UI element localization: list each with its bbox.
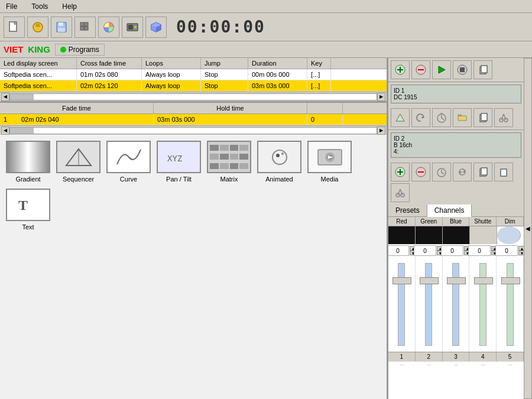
ch-dot-4: ··· (469, 362, 497, 368)
fader-handle-dim[interactable] (501, 277, 520, 284)
svg-rect-66 (501, 169, 507, 176)
svg-rect-7 (58, 28, 65, 32)
scene-scrollbar[interactable]: ◀ ▶ (0, 92, 387, 101)
ch-label-3: 3 (443, 352, 470, 361)
scroll-left-arrow[interactable]: ◀ (1, 93, 9, 101)
effect-media[interactable]: Media (307, 141, 352, 183)
fader-handle-red[interactable] (392, 277, 411, 284)
col-header-crossfade: Cross fade time (77, 58, 142, 69)
rt-undo-btn[interactable] (411, 108, 430, 127)
svg-text:T: T (18, 197, 28, 213)
fader-col-dim (497, 257, 524, 352)
effect-text[interactable]: T Text (6, 189, 50, 231)
rt-add-btn[interactable] (391, 60, 410, 79)
logo-bar: VIETKING Programs (0, 41, 532, 58)
rt-copy-btn[interactable] (473, 60, 492, 79)
fade-scroll-right[interactable]: ▶ (377, 126, 385, 135)
right-toolbar-mid (388, 106, 524, 130)
rt-add2-btn[interactable] (391, 163, 410, 181)
new-button[interactable] (4, 17, 25, 38)
effects-panel: Gradient Sequencer (0, 135, 387, 399)
grid-button[interactable] (74, 17, 96, 38)
save-button[interactable] (51, 17, 72, 38)
fade-scroll-left[interactable]: ◀ (1, 126, 9, 135)
fade-time-1: 02m 02s 040 (18, 114, 154, 125)
ch-spin-down-dim[interactable]: ▼ (518, 251, 524, 255)
rt-remove-btn[interactable] (411, 60, 430, 79)
palette-button[interactable] (98, 17, 119, 38)
rt-paste-btn[interactable] (494, 163, 513, 181)
rt-folder-btn[interactable] (453, 108, 472, 127)
scene-row-1[interactable]: Softpedia scen... 01m 02s 080 Always loo… (0, 69, 387, 80)
effect-sequencer[interactable]: Sequencer (56, 141, 100, 183)
menu-file[interactable]: File (2, 1, 21, 12)
menu-tools[interactable]: Tools (28, 1, 51, 12)
tab-presets[interactable]: Presets (388, 205, 427, 216)
effect-animated[interactable]: Animated (257, 141, 301, 183)
scroll-right-arrow[interactable]: ▶ (377, 93, 385, 101)
programs-button[interactable]: Programs (55, 44, 105, 56)
ch-dot-1: ··· (388, 362, 416, 368)
scene-scrollbar-track[interactable] (9, 93, 377, 100)
tab-channels[interactable]: Channels (427, 205, 472, 217)
device-button[interactable] (122, 17, 143, 38)
right-panel: ID 1 DC 1915 (388, 58, 524, 399)
toolbar: 00:00:00 (0, 13, 532, 41)
ch-header-green: Green (416, 217, 443, 226)
fader-handle-green[interactable] (420, 277, 439, 284)
ch-label-2: 2 (416, 352, 443, 361)
ch-dots: ··· ··· ··· ··· ··· (388, 361, 524, 368)
scene-row-2[interactable]: Softpedia scen... 02m 02s 120 Always loo… (0, 80, 387, 92)
ch-value-green[interactable]: 0 (414, 245, 436, 256)
effect-pantilt-label: Pan / Tilt (166, 176, 192, 183)
effect-curve[interactable]: Curve (106, 141, 151, 183)
effect-pantilt[interactable]: XYZ Pan / Tilt (157, 141, 201, 183)
scene-crossfade-1: 01m 02s 080 (77, 69, 142, 80)
device-extra: 4: (394, 148, 518, 155)
channels-content: Red Green Blue Shutte Dim (388, 217, 524, 399)
fade-scrollbar-thumb[interactable] (10, 128, 34, 134)
scene-jump-2: Stop (201, 80, 248, 91)
menu-help[interactable]: Help (59, 1, 80, 12)
ch-value-blue[interactable]: 0 (441, 245, 463, 256)
rt-play-btn[interactable] (432, 60, 451, 79)
rt-stop-btn[interactable] (453, 60, 472, 79)
rt-copy3-btn[interactable] (473, 163, 492, 181)
rt-timer2-btn[interactable] (432, 163, 451, 181)
ch-dot-3: ··· (443, 362, 470, 368)
rt-copy2-btn[interactable] (473, 108, 492, 127)
ch-value-shutte[interactable]: 0 (468, 245, 491, 256)
svg-rect-8 (80, 22, 84, 26)
fade-scrollbar-track[interactable] (9, 127, 377, 134)
effect-text-thumb: T (6, 189, 50, 221)
effect-sequencer-thumb (56, 141, 100, 173)
fader-handle-blue[interactable] (447, 277, 466, 284)
fade-row-1[interactable]: 1 02m 02s 040 03m 03s 000 0 (0, 114, 387, 125)
fader-handle-shutte[interactable] (474, 277, 493, 284)
col-header-screen: Led display screen (0, 58, 77, 69)
ch-spin-up-dim[interactable]: ▲ (518, 246, 524, 251)
ch-dot-2: ··· (416, 362, 443, 368)
svg-rect-39 (460, 67, 465, 72)
fade-scrollbar[interactable]: ◀ ▶ (0, 125, 387, 135)
effect-curve-label: Curve (120, 176, 137, 183)
effect-gradient[interactable]: Gradient (6, 141, 50, 183)
rt-cut2-btn[interactable] (391, 183, 410, 202)
right-collapse-button[interactable]: ◀ (524, 58, 532, 399)
rt-cut-btn[interactable] (494, 108, 513, 127)
swatch-dim (497, 226, 521, 244)
rt-remove2-btn[interactable] (411, 163, 430, 181)
rt-sync-btn[interactable] (453, 163, 472, 181)
rt-up-btn[interactable] (391, 108, 410, 127)
rt-timer-btn[interactable] (432, 108, 451, 127)
ch-value-dim[interactable]: 0 (495, 245, 518, 256)
effect-sequencer-label: Sequencer (63, 176, 94, 183)
ch-label-4: 4 (469, 352, 497, 361)
cube-button[interactable] (145, 17, 167, 38)
ch-value-red[interactable]: 0 (388, 245, 409, 256)
programs-dot (60, 47, 66, 53)
open-button[interactable] (27, 17, 48, 38)
svg-marker-63 (459, 171, 462, 174)
scene-scrollbar-thumb[interactable] (10, 94, 34, 100)
effect-matrix[interactable]: Matrix (207, 141, 251, 183)
